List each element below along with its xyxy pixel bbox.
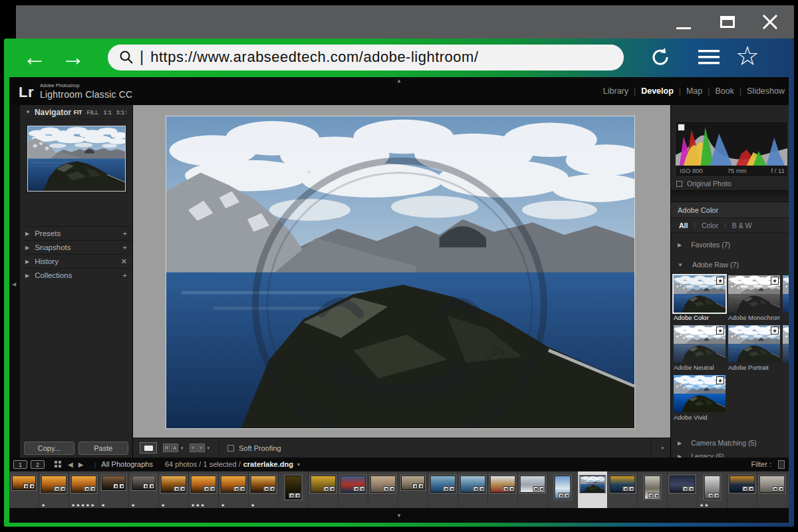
paste-button[interactable]: Paste	[78, 442, 129, 455]
menu-button[interactable]	[697, 47, 721, 67]
profile-tile-adobe-portrait[interactable]: ★Adobe Portrait	[728, 325, 780, 371]
section-action-icon[interactable]: +	[123, 271, 127, 279]
filter-control[interactable]	[778, 460, 785, 469]
filmstrip-cell[interactable]: ★	[249, 471, 279, 508]
filmstrip-cell[interactable]	[338, 471, 368, 508]
module-slideshow[interactable]: Slideshow	[744, 86, 787, 96]
filmstrip-cell[interactable]	[398, 471, 428, 508]
profile-tile[interactable]: ★	[783, 275, 789, 321]
before-after-button[interactable]: YY ▾	[190, 444, 210, 452]
tab-all[interactable]: All	[678, 221, 689, 229]
zoom-option-fit[interactable]: FIT	[74, 109, 82, 116]
grid-view-icon[interactable]	[55, 461, 57, 464]
section-snapshots[interactable]: ▶Snapshots+	[20, 240, 132, 254]
back-button[interactable]: ←	[19, 45, 51, 69]
filmstrip-cell[interactable]	[9, 471, 39, 508]
filmstrip-cell[interactable]	[608, 471, 638, 508]
module-develop[interactable]: Develop	[638, 86, 676, 96]
profile-tile-adobe-monochrome[interactable]: ★Adobe Monochrome	[728, 275, 780, 321]
filmstrip-cell[interactable]	[458, 471, 488, 508]
filmstrip-cell[interactable]: ★★★★★	[69, 471, 99, 508]
profile-tile-adobe-vivid[interactable]: ★Adobe Vivid	[674, 375, 726, 421]
section-collections[interactable]: ▶Collections+	[20, 268, 132, 282]
filmstrip-cell[interactable]	[638, 471, 668, 508]
navigator-header[interactable]: ▼ Navigator FITFILL1:13:1 ↕	[20, 105, 132, 120]
tab-bw[interactable]: B & W	[731, 221, 753, 229]
current-profile[interactable]: Adobe Color	[671, 202, 789, 218]
loupe-view-button[interactable]	[140, 442, 157, 454]
filmstrip-cell[interactable]	[548, 471, 578, 508]
next-photo-button[interactable]: ▶	[78, 461, 84, 468]
profile-tile-adobe-color[interactable]: ★Adobe Color	[674, 275, 726, 321]
filmstrip-cell[interactable]	[668, 471, 698, 508]
soft-proofing-checkbox[interactable]	[227, 445, 234, 452]
module-book[interactable]: Book	[712, 86, 737, 96]
zoom-spinner-icon[interactable]: ↕	[124, 109, 127, 115]
profile-tile-adobe-neutral[interactable]: ★Adobe Neutral	[674, 325, 726, 371]
legacy-group[interactable]: ▶ Legacy (6)	[671, 450, 789, 458]
close-button[interactable]	[755, 5, 785, 39]
section-action-icon[interactable]: +	[123, 243, 127, 251]
favorite-star-icon[interactable]: ★	[716, 376, 724, 384]
filmstrip-cell[interactable]	[488, 471, 518, 508]
camera-matching-group[interactable]: ▶ Camera Matching (5)	[671, 436, 789, 450]
favorite-star-icon[interactable]: ★	[716, 277, 724, 285]
filmstrip-cell[interactable]: ★	[99, 471, 129, 508]
filmstrip-cell[interactable]: ★	[39, 471, 69, 508]
toolbar-options-dropdown[interactable]: ▾	[650, 438, 664, 458]
compare-view-button[interactable]: RA ▾	[163, 444, 184, 452]
module-map[interactable]: Map	[684, 86, 705, 96]
filmstrip-cell[interactable]: ★	[129, 471, 159, 508]
monitor-2-button[interactable]: 2	[31, 460, 45, 469]
filmstrip-cell[interactable]	[787, 471, 789, 508]
forward-button[interactable]: →	[57, 45, 89, 69]
filmstrip-cell[interactable]	[368, 471, 398, 508]
chevron-down-icon[interactable]: ▾	[181, 446, 184, 451]
chevron-down-icon[interactable]: ▾	[297, 462, 300, 467]
filmstrip-cell[interactable]: ★	[159, 471, 189, 508]
filmstrip-collapse[interactable]: ▼	[9, 508, 789, 523]
collapse-top-arrow-icon[interactable]: ▲	[396, 78, 402, 84]
favorite-star-icon[interactable]: ★	[716, 327, 724, 334]
monitor-1-button[interactable]: 1	[13, 460, 27, 469]
favorites-group[interactable]: ▶ Favorites (7)	[671, 238, 789, 251]
bookmark-button[interactable]: ☆	[735, 43, 759, 69]
minimize-button[interactable]	[669, 5, 698, 39]
previous-photo-button[interactable]: ◀	[68, 461, 73, 468]
profile-tile[interactable]: ★	[783, 325, 789, 371]
filmstrip-cell[interactable]: ★	[219, 471, 249, 508]
address-bar[interactable]: | https://www.arabseedtech.com/adobe-lig…	[108, 45, 624, 70]
zoom-option-fill[interactable]: FILL	[86, 109, 98, 116]
filmstrip-cell[interactable]	[578, 471, 608, 508]
zoom-option-3:1[interactable]: 3:1	[116, 109, 124, 116]
navigator-preview[interactable]	[27, 126, 126, 192]
zoom-option-1:1[interactable]: 1:1	[103, 109, 111, 116]
filmstrip-cell[interactable]	[757, 471, 787, 508]
maximize-button[interactable]	[713, 5, 742, 39]
filmstrip-cell[interactable]: ★★	[698, 471, 728, 508]
filmstrip-cell[interactable]	[518, 471, 548, 508]
section-presets[interactable]: ▶Presets+	[20, 226, 132, 240]
filmstrip-cell[interactable]	[728, 471, 757, 508]
favorite-star-icon[interactable]: ★	[771, 327, 779, 334]
refresh-button[interactable]	[649, 46, 672, 68]
section-action-icon[interactable]: +	[123, 229, 127, 237]
left-panel-collapse[interactable]: ◀	[9, 105, 20, 458]
histogram-panel[interactable]: ISO 800 75 mm f / 11	[675, 121, 788, 177]
filmstrip-cell[interactable]	[279, 471, 309, 508]
shadow-clipping-icon[interactable]	[678, 124, 685, 131]
source-label[interactable]: All Photographs	[101, 460, 153, 468]
module-library[interactable]: Library	[600, 86, 631, 96]
filmstrip-cell[interactable]: ★★★	[189, 471, 219, 508]
copy-button[interactable]: Copy...	[24, 442, 74, 455]
section-history[interactable]: ▶History✕	[20, 254, 132, 268]
filmstrip-cell[interactable]	[428, 471, 458, 508]
original-photo-checkbox[interactable]	[676, 181, 682, 187]
adobe-raw-group[interactable]: ▼ Adobe Raw (7)	[671, 258, 789, 271]
tab-color[interactable]: Color	[700, 221, 720, 229]
chevron-down-icon[interactable]: ▾	[207, 446, 210, 451]
profile-thumbnail: ★	[728, 325, 780, 362]
favorite-star-icon[interactable]: ★	[771, 277, 779, 285]
section-action-icon[interactable]: ✕	[121, 257, 127, 266]
filmstrip-cell[interactable]	[309, 471, 338, 508]
